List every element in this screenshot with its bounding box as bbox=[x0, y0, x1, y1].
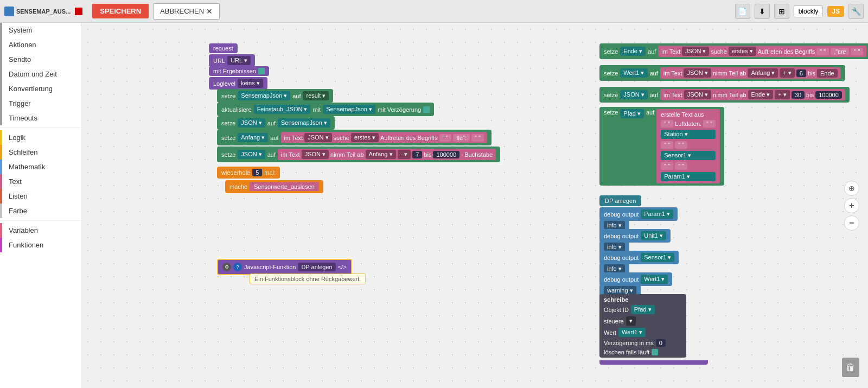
zoom-out-button[interactable]: − bbox=[844, 215, 859, 231]
block-wiederhole[interactable]: wiederhole 5 mal: bbox=[217, 167, 280, 179]
grid-icon[interactable]: ⊞ bbox=[774, 4, 789, 19]
zoom-target-icon[interactable]: ⊕ bbox=[844, 181, 859, 196]
block-request[interactable]: request bbox=[209, 43, 238, 53]
sidebar-divider-2 bbox=[0, 220, 81, 221]
block-url-row[interactable]: URL URL ▾ bbox=[209, 54, 255, 67]
main-layout: System Aktionen Sendto Datum und Zeit Ko… bbox=[0, 23, 868, 388]
sidebar: System Aktionen Sendto Datum und Zeit Ko… bbox=[0, 23, 81, 388]
block-mache[interactable]: mache Sensorwerte_auslesen bbox=[225, 180, 323, 193]
checkbox-loeschen[interactable] bbox=[652, 349, 658, 355]
settings-icon[interactable]: 🔧 bbox=[848, 4, 864, 19]
download-icon[interactable]: ⬇ bbox=[755, 4, 770, 19]
logo: SENSEMAP_AUS... bbox=[4, 7, 82, 16]
zoom-in-button[interactable]: + bbox=[844, 198, 859, 213]
sidebar-item-text[interactable]: Text bbox=[0, 174, 81, 189]
gear-icon[interactable]: ⚙ bbox=[222, 263, 231, 271]
block-setze-json[interactable]: setze JSON ▾ auf SensemapJson ▾ bbox=[217, 116, 335, 130]
block-js-funktion[interactable]: ⚙ ? Javascript-Funktion DP anlegen </> bbox=[217, 259, 352, 275]
logo-red-square bbox=[75, 8, 82, 15]
right-toolbar: 📄 ⬇ ⊞ blockly JS 🔧 bbox=[735, 4, 864, 19]
js-badge[interactable]: JS bbox=[827, 6, 844, 17]
block-setze-json2[interactable]: setze JSON ▾ auf im Text JSON ▾ nimm Tei… bbox=[217, 147, 500, 162]
file-icon[interactable]: 📄 bbox=[735, 4, 750, 19]
sidebar-divider-1 bbox=[0, 128, 81, 128]
block-bottom-bar bbox=[599, 360, 708, 365]
sidebar-item-konv[interactable]: Konvertierung bbox=[0, 81, 81, 96]
sidebar-item-trigger[interactable]: Trigger bbox=[0, 96, 81, 111]
block-setze-ende[interactable]: setze Ende ▾ auf im Text JSON ▾ suche er… bbox=[599, 43, 868, 59]
block-setze-pfad[interactable]: setze Pfad ▾ auf erstelle Text aus " " L… bbox=[599, 107, 724, 186]
block-canvas[interactable]: request URL URL ▾ mit Ergebnissen Loglev… bbox=[81, 23, 868, 388]
sidebar-item-datum[interactable]: Datum und Zeit bbox=[0, 67, 81, 81]
sidebar-item-farbe[interactable]: Farbe bbox=[0, 203, 81, 218]
block-setze-json3[interactable]: setze JSON ▾ auf im Text JSON ▾ nimm Tei… bbox=[599, 87, 850, 103]
block-dp-anlegen[interactable]: DP anlegen bbox=[599, 195, 641, 206]
block-aktualisiere[interactable]: aktualisiere Feinstaub_JSON ▾ mit Sensem… bbox=[217, 103, 434, 116]
block-schreibe[interactable]: schreibe Objekt ID Pfad ▾ steuere ▾ Wert… bbox=[599, 294, 686, 358]
block-setze-wert1[interactable]: setze Wert1 ▾ auf im Text JSON ▾ nimm Te… bbox=[599, 65, 845, 81]
app-title: SENSEMAP_AUS... bbox=[16, 8, 71, 15]
sidebar-item-math[interactable]: Mathematik bbox=[0, 160, 81, 174]
zoom-controls: ⊕ + − bbox=[844, 181, 859, 231]
block-setze-anfang[interactable]: setze Anfang ▾ auf im Text JSON ▾ suche … bbox=[217, 130, 492, 145]
trash-bin[interactable]: 🗑 bbox=[842, 358, 859, 377]
block-setze-sensemapjson[interactable]: setze SensemapJson ▾ auf result ▾ bbox=[217, 89, 333, 103]
tooltip-box: Ein Funktionsblock ohne Rückgabewert. bbox=[250, 273, 366, 284]
blockly-badge[interactable]: blockly bbox=[794, 5, 824, 17]
logo-icon bbox=[4, 7, 14, 16]
sidebar-item-timeouts[interactable]: Timeouts bbox=[0, 111, 81, 125]
checkbox-verz[interactable] bbox=[423, 106, 430, 113]
sidebar-item-system[interactable]: System bbox=[0, 23, 81, 37]
block-loglevel[interactable]: Loglevel keins ▾ bbox=[209, 77, 267, 90]
question-icon[interactable]: ? bbox=[233, 263, 242, 271]
sidebar-item-listen[interactable]: Listen bbox=[0, 189, 81, 203]
topbar: SENSEMAP_AUS... SPEICHERN ABBRECHEN ✕ 📄 … bbox=[0, 0, 868, 23]
sidebar-item-sendto[interactable]: Sendto bbox=[0, 52, 81, 67]
sidebar-item-schleifen[interactable]: Schleifen bbox=[0, 145, 81, 160]
save-button[interactable]: SPEICHERN bbox=[92, 4, 149, 18]
cancel-button[interactable]: ABBRECHEN ✕ bbox=[153, 3, 220, 20]
block-mit-ergebnissen[interactable]: mit Ergebnissen bbox=[209, 66, 269, 76]
sidebar-item-aktionen[interactable]: Aktionen bbox=[0, 37, 81, 52]
sidebar-item-logik[interactable]: Logik bbox=[0, 130, 81, 145]
checkbox-mit-ergebnissen[interactable] bbox=[258, 68, 265, 74]
cancel-icon: ✕ bbox=[206, 7, 213, 16]
sidebar-item-funktionen[interactable]: Funktionen bbox=[0, 238, 81, 252]
sidebar-item-variablen[interactable]: Variablen bbox=[0, 223, 81, 238]
